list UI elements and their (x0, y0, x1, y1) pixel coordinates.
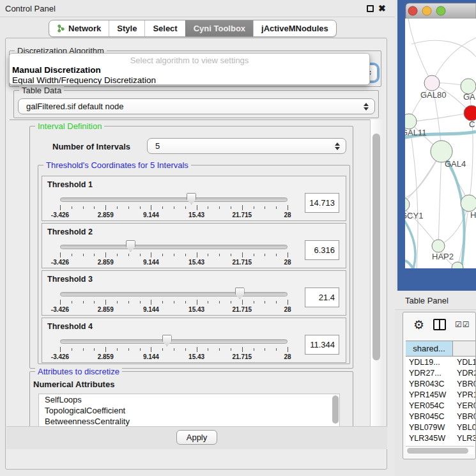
ruler-tick (140, 301, 141, 303)
select-columns-icon[interactable]: ☑☑ (455, 320, 470, 329)
threshold-3-slider-track[interactable] (60, 292, 288, 296)
threshold-1-slider-track[interactable] (60, 197, 288, 202)
numerical-attributes-list[interactable]: SelfLoopsTopologicalCoefficientBetweenne… (38, 394, 340, 427)
cell-shared-name[interactable]: YIL052C (406, 444, 453, 445)
threshold-4-slider-track[interactable] (60, 339, 288, 344)
minimize-traffic-light-icon[interactable] (422, 6, 431, 15)
float-window-icon[interactable] (367, 5, 374, 12)
attribute-item[interactable]: SelfLoops (39, 394, 339, 405)
cell-shared-name[interactable]: YPR145W (406, 390, 453, 401)
apply-button[interactable]: Apply (176, 430, 217, 445)
ruler-tick-label: 28 (268, 353, 307, 360)
threshold-2-slider-thumb[interactable] (126, 240, 135, 252)
cell-name[interactable]: YIL0... (453, 444, 476, 445)
ruler-tick (185, 348, 186, 351)
network-node-hap2[interactable] (432, 240, 445, 252)
ruler-tick-label: 2.859 (86, 211, 125, 219)
settings-scrollbar-track[interactable] (370, 119, 382, 427)
cell-shared-name[interactable]: YER054C (406, 401, 453, 411)
dropdown-prompt: Select algorithm to view settings (10, 54, 369, 65)
ruler-tick (83, 301, 84, 303)
cell-shared-name[interactable]: YDL19... (406, 357, 453, 368)
table-data-label: Table Data (19, 86, 64, 95)
cell-name[interactable]: YBL0... (453, 422, 476, 433)
network-node-c[interactable] (464, 105, 476, 121)
cell-name[interactable]: YBR0... (453, 379, 476, 390)
threshold-3-slider-thumb[interactable] (235, 288, 245, 299)
ruler-tick (140, 348, 141, 351)
combo-spinner-icon (360, 103, 372, 111)
table-body[interactable]: YDL19...YDL1...YDR27...YDR2...YBR043CYBR… (406, 357, 476, 445)
cell-name[interactable]: YLR3... (453, 433, 476, 444)
table-row[interactable]: YPR145WYPR1... (406, 390, 476, 401)
table-row[interactable]: YIL052CYIL0... (406, 444, 476, 445)
tab-style[interactable]: Style (109, 20, 144, 36)
table-row[interactable]: YBR045CYBR0... (406, 411, 476, 422)
cell-name[interactable]: YDL1... (453, 357, 476, 368)
ruler-tick (231, 348, 231, 351)
panel-title: Control Panel (5, 4, 56, 13)
network-node-gal80[interactable] (424, 75, 440, 91)
close-traffic-light-icon[interactable] (408, 6, 417, 15)
ruler-tick-label: 15.43 (178, 211, 216, 219)
attribute-item[interactable]: TopologicalCoefficient (39, 405, 339, 416)
table-hscrollbar-thumb[interactable] (407, 448, 468, 454)
dropdown-option-manual[interactable]: Manual Discretization (10, 65, 369, 75)
column-layout-icon[interactable] (433, 319, 446, 330)
threshold-4-slider-thumb[interactable] (162, 335, 172, 346)
number-of-intervals-combo[interactable]: 5 (147, 138, 346, 154)
close-icon[interactable]: ✖ (378, 3, 386, 13)
threshold-2-value-field[interactable]: 6.316 (305, 240, 339, 260)
threshold-1-slider-thumb[interactable] (187, 193, 196, 204)
threshold-2-label: Threshold 2 (47, 227, 93, 236)
zoom-traffic-light-icon[interactable] (436, 6, 445, 15)
network-view-window[interactable]: GAL80GAL11GAL4GCY1HAP2GACH (397, 0, 476, 291)
table-row[interactable]: YDR27...YDR2... (406, 368, 476, 379)
ruler-tick (197, 205, 197, 210)
column-header-name[interactable]: na... (453, 341, 476, 356)
cell-name[interactable]: YBR0... (453, 411, 476, 422)
ruler-tick (60, 300, 61, 305)
tab-network[interactable]: Network (49, 20, 109, 36)
cell-shared-name[interactable]: YLR345W (406, 433, 453, 444)
tab-select[interactable]: Select (144, 20, 185, 36)
cell-shared-name[interactable]: YBR043C (406, 379, 453, 390)
table-hscrollbar-track[interactable] (406, 446, 474, 454)
top-tab-bar: NetworkStyleSelectCyni ToolboxjActiveMNo… (49, 20, 337, 37)
threshold-3-value-field[interactable]: 21.4 (305, 288, 339, 307)
column-header-shared-name[interactable]: shared... (406, 341, 453, 356)
table-row[interactable]: YLR345WYLR3... (406, 433, 476, 444)
node-label: C (469, 119, 475, 129)
settings-scrollbar-thumb[interactable] (372, 134, 380, 360)
threshold-4-value-field[interactable]: 11.344 (305, 335, 339, 355)
cell-name[interactable]: YER0... (453, 401, 476, 411)
cell-shared-name[interactable]: YBL079W (406, 422, 453, 433)
table-data-combo[interactable]: galFiltered.sif default node (18, 98, 375, 114)
table-data-group: Table Data galFiltered.sif default node (13, 90, 379, 118)
cell-shared-name[interactable]: YBR045C (406, 411, 453, 422)
table-row[interactable]: YBR043CYBR0... (406, 379, 476, 390)
dropdown-option-equal-width[interactable]: Equal Width/Frequency Discretization (10, 75, 369, 85)
table-row[interactable]: YBL079WYBL0... (406, 422, 476, 433)
tab-cyni-toolbox[interactable]: Cyni Toolbox (185, 20, 253, 36)
network-icon (57, 24, 65, 33)
table-row[interactable]: YER054CYER0... (406, 401, 476, 411)
cell-shared-name[interactable]: YDR27... (406, 368, 453, 379)
tab-jactivemnodules[interactable]: jActiveMNodules (253, 20, 336, 36)
threshold-2-slider-track[interactable] (60, 245, 288, 249)
attributes-scrollbar[interactable] (332, 395, 339, 424)
ruler-tick (231, 206, 231, 209)
ruler-tick (151, 252, 151, 257)
network-node-h[interactable] (461, 195, 476, 211)
ruler-tick-label: 15.43 (178, 259, 216, 266)
ruler-tick (219, 301, 220, 303)
ruler-tick (60, 205, 61, 210)
cell-name[interactable]: YDR2... (453, 368, 476, 379)
threshold-1-value-field[interactable]: 14.713 (305, 193, 339, 213)
gear-icon[interactable]: ⚙ (413, 319, 424, 331)
ruler-tick (242, 347, 243, 352)
cell-name[interactable]: YPR1... (453, 390, 476, 401)
table-row[interactable]: YDL19...YDL1... (406, 357, 476, 368)
ruler-tick (265, 254, 265, 256)
attribute-item[interactable]: BetweennessCentrality (39, 416, 339, 427)
